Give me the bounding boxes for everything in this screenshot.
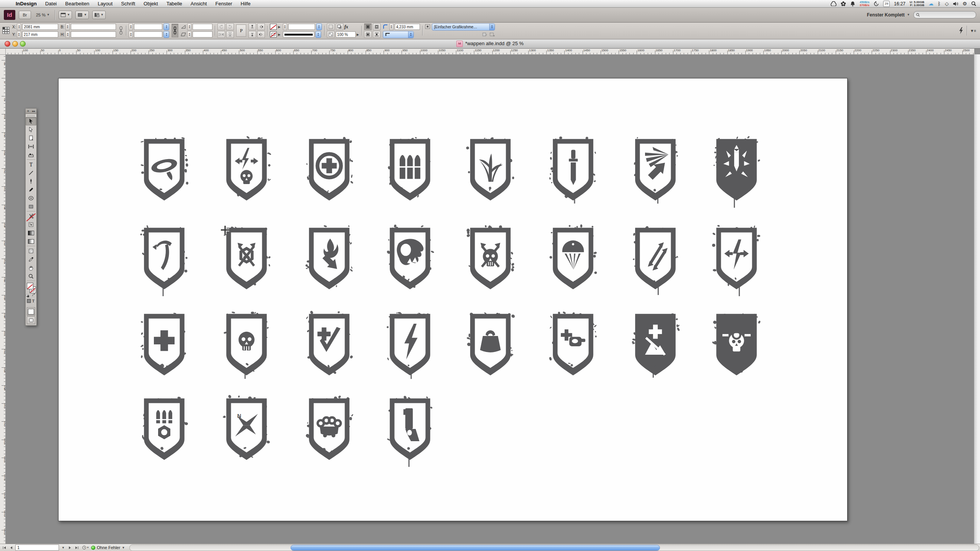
stroke-weight-dropdown[interactable]: ▲▼: [316, 23, 322, 30]
quick-apply-icon[interactable]: [958, 27, 964, 34]
notification-bell-icon[interactable]: [850, 1, 855, 7]
x-stepper[interactable]: ▲▼: [17, 23, 21, 30]
select-previous-button[interactable]: [257, 23, 265, 30]
petal-icon[interactable]: [841, 1, 846, 7]
stroke-weight-stepper[interactable]: ▲▼: [283, 23, 287, 30]
page-menu-arrow[interactable]: ▼: [60, 545, 66, 550]
height-stepper[interactable]: ▲▼: [65, 31, 70, 38]
shield-compass[interactable]: N: [220, 396, 273, 462]
content-collector-tool[interactable]: [26, 151, 36, 159]
shield-skull-bolt[interactable]: [220, 137, 273, 202]
shield-bomb-burst[interactable]: [710, 137, 763, 202]
pen-tool[interactable]: [26, 177, 36, 186]
network-speed-readout[interactable]: 450B/s370B/s: [859, 1, 869, 7]
shield-eagle[interactable]: [383, 225, 437, 291]
drive-icon[interactable]: [831, 1, 836, 6]
menu-objekt[interactable]: Objekt: [139, 1, 162, 7]
type-tool[interactable]: T: [26, 160, 36, 169]
tools-panel-grip[interactable]: ▪▪▪▪▪▪: [26, 114, 36, 117]
note-tool[interactable]: [26, 247, 36, 255]
selection-tool[interactable]: [26, 117, 36, 126]
calendar-menu-icon[interactable]: 29: [883, 1, 890, 7]
wrap-jump-object-button[interactable]: [373, 31, 381, 38]
link-scale-button[interactable]: [172, 24, 178, 37]
rotation-field[interactable]: [193, 24, 212, 30]
constrain-dimensions-icon[interactable]: [118, 25, 124, 36]
rectangle-tool[interactable]: [26, 202, 36, 211]
drop-shadow-button[interactable]: [336, 23, 343, 30]
hand-tool[interactable]: [26, 264, 36, 272]
wrap-object-shape-button[interactable]: [364, 31, 372, 38]
reference-point-proxy[interactable]: [2, 27, 10, 34]
fill-swatch-none[interactable]: [27, 283, 33, 289]
menu-schrift[interactable]: Schrift: [117, 1, 139, 7]
stroke-type-field[interactable]: [283, 31, 314, 37]
menu-indesign[interactable]: InDesign: [11, 1, 41, 7]
eyedropper-tool[interactable]: [26, 255, 36, 264]
shield-medic-cross[interactable]: [137, 311, 191, 377]
screen-mode-button[interactable]: ▼: [75, 11, 89, 19]
shield-cross-mountain[interactable]: [629, 311, 682, 377]
x-field[interactable]: 2081 mm: [22, 24, 58, 30]
select-parent-button[interactable]: [248, 31, 256, 38]
search-input[interactable]: [913, 11, 976, 18]
shield-twin-arrows[interactable]: [629, 225, 682, 291]
line-tool[interactable]: [26, 169, 36, 177]
gradient-tool[interactable]: [26, 229, 36, 237]
shield-bullets-nut[interactable]: [137, 396, 191, 462]
gap-tool[interactable]: [26, 142, 36, 151]
shield-skull-arrows[interactable]: [464, 225, 517, 291]
first-page-button[interactable]: [2, 545, 7, 550]
horizontal-scrollbar[interactable]: [129, 544, 979, 551]
spotlight-icon[interactable]: [971, 1, 976, 6]
rotation-stepper[interactable]: ▲▼: [187, 23, 191, 30]
scale-x-field[interactable]: [134, 24, 162, 30]
free-transform-tool[interactable]: [26, 220, 36, 229]
stroke-weight-field[interactable]: [288, 24, 315, 30]
scale-y-field[interactable]: [134, 31, 162, 37]
ruler-origin-corner[interactable]: [0, 48, 6, 55]
rotate-cw-button[interactable]: [226, 23, 234, 30]
shield-ice-axe[interactable]: [137, 225, 191, 291]
vertical-scrollbar[interactable]: [974, 54, 980, 544]
shear-stepper[interactable]: ▲▼: [187, 31, 191, 38]
last-page-button[interactable]: [74, 545, 80, 550]
shield-parachute[interactable]: [546, 225, 600, 291]
vertical-ruler[interactable]: 5005010015020025030035040045050055060065…: [0, 54, 6, 544]
menu-fenster[interactable]: Fenster: [211, 1, 236, 7]
shield-skull-scope[interactable]: [710, 311, 763, 377]
shield-crossed-arrows[interactable]: [220, 225, 273, 291]
shield-pistol[interactable]: [383, 396, 437, 462]
time-machine-icon[interactable]: [874, 1, 879, 7]
zoom-tool[interactable]: [26, 272, 36, 280]
pasteboard[interactable]: N: [5, 54, 974, 544]
bluetooth-icon[interactable]: ᛒ: [938, 1, 941, 7]
apply-none-button[interactable]: [27, 307, 35, 316]
stroke-type-dropdown[interactable]: ▲▼: [315, 31, 321, 38]
stroke-dropdown-arrow[interactable]: ▶: [278, 33, 280, 36]
direct-selection-tool[interactable]: [26, 126, 36, 134]
arrange-documents-button[interactable]: ▼: [92, 11, 106, 19]
y-field[interactable]: 217 mm: [22, 31, 58, 37]
bridge-button[interactable]: Br: [19, 11, 31, 19]
zoom-level-dropdown[interactable]: 25 %▼: [34, 11, 51, 19]
fill-color-swatch[interactable]: [270, 24, 277, 30]
shield-bullets[interactable]: [383, 137, 437, 202]
page-number-field[interactable]: 1: [15, 544, 59, 551]
opacity-field[interactable]: 100 %: [336, 31, 356, 37]
shield-cross-blade[interactable]: [302, 311, 356, 377]
object-style-dropdown[interactable]: [Einfacher Grafikrahme… ▲▼: [432, 23, 495, 31]
page-tool[interactable]: [26, 134, 36, 142]
tools-panel-close-icon[interactable]: ✕: [27, 109, 29, 113]
stroke-color-swatch[interactable]: [270, 31, 277, 37]
scale-x-stepper[interactable]: ▲▼: [129, 23, 133, 30]
workspace-switcher[interactable]: Fenster Komplett▼: [867, 12, 910, 18]
fill-dropdown-arrow[interactable]: ▶: [278, 25, 280, 29]
shield-skull[interactable]: [220, 311, 273, 377]
menu-tabelle[interactable]: Tabelle: [162, 1, 186, 7]
shield-kettle-crate[interactable]: [464, 311, 517, 377]
previous-page-button[interactable]: [8, 545, 14, 550]
select-container-button[interactable]: P: [236, 24, 246, 37]
panel-menu-button[interactable]: ▼≡: [970, 29, 976, 33]
format-container-icon[interactable]: [27, 299, 31, 303]
